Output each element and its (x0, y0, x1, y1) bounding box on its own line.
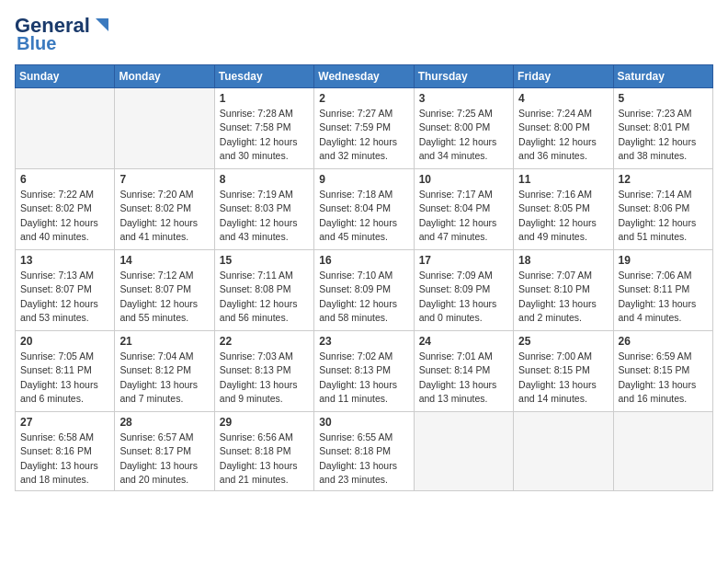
calendar-day-cell (115, 88, 214, 169)
day-detail: Sunrise: 7:03 AMSunset: 8:13 PMDaylight:… (220, 350, 309, 406)
calendar-day-cell: 19Sunrise: 7:06 AMSunset: 8:11 PMDayligh… (613, 250, 712, 331)
calendar-day-cell (414, 412, 513, 491)
day-detail: Sunrise: 7:13 AMSunset: 8:07 PMDaylight:… (20, 269, 109, 325)
day-detail: Sunrise: 7:23 AMSunset: 8:01 PMDaylight:… (619, 107, 708, 163)
calendar-week-row: 13Sunrise: 7:13 AMSunset: 8:07 PMDayligh… (16, 250, 713, 331)
calendar-day-cell: 18Sunrise: 7:07 AMSunset: 8:10 PMDayligh… (514, 250, 613, 331)
day-detail: Sunrise: 7:01 AMSunset: 8:14 PMDaylight:… (419, 350, 508, 406)
day-detail: Sunrise: 7:11 AMSunset: 8:08 PMDaylight:… (220, 269, 309, 325)
logo-text-blue: Blue (17, 33, 56, 53)
calendar-day-cell: 10Sunrise: 7:17 AMSunset: 8:04 PMDayligh… (414, 169, 513, 250)
calendar-day-cell: 9Sunrise: 7:18 AMSunset: 8:04 PMDaylight… (314, 169, 414, 250)
day-detail: Sunrise: 7:18 AMSunset: 8:04 PMDaylight:… (319, 188, 408, 244)
day-number: 3 (419, 92, 508, 105)
day-detail: Sunrise: 7:25 AMSunset: 8:00 PMDaylight:… (419, 107, 508, 163)
day-detail: Sunrise: 7:06 AMSunset: 8:11 PMDaylight:… (619, 269, 708, 325)
day-number: 8 (220, 173, 309, 186)
day-number: 4 (518, 92, 608, 105)
calendar-day-cell: 12Sunrise: 7:14 AMSunset: 8:06 PMDayligh… (613, 169, 712, 250)
day-detail: Sunrise: 6:57 AMSunset: 8:17 PMDaylight:… (119, 431, 209, 487)
day-detail: Sunrise: 7:12 AMSunset: 8:07 PMDaylight:… (119, 269, 209, 325)
day-number: 19 (619, 254, 708, 267)
weekday-header: Wednesday (314, 65, 414, 88)
day-detail: Sunrise: 7:10 AMSunset: 8:09 PMDaylight:… (319, 269, 408, 325)
day-detail: Sunrise: 7:04 AMSunset: 8:12 PMDaylight:… (119, 350, 209, 406)
day-number: 12 (619, 173, 708, 186)
day-number: 20 (20, 335, 109, 348)
calendar-day-cell: 22Sunrise: 7:03 AMSunset: 8:13 PMDayligh… (214, 331, 313, 412)
day-number: 13 (20, 254, 109, 267)
day-number: 5 (619, 92, 708, 105)
calendar-week-row: 20Sunrise: 7:05 AMSunset: 8:11 PMDayligh… (16, 331, 713, 412)
calendar-day-cell: 16Sunrise: 7:10 AMSunset: 8:09 PMDayligh… (314, 250, 414, 331)
calendar-day-cell: 27Sunrise: 6:58 AMSunset: 8:16 PMDayligh… (16, 412, 115, 491)
weekday-header: Monday (115, 65, 214, 88)
calendar-day-cell: 7Sunrise: 7:20 AMSunset: 8:02 PMDaylight… (115, 169, 214, 250)
day-detail: Sunrise: 7:19 AMSunset: 8:03 PMDaylight:… (220, 188, 309, 244)
calendar-day-cell: 29Sunrise: 6:56 AMSunset: 8:18 PMDayligh… (214, 412, 313, 491)
day-detail: Sunrise: 6:55 AMSunset: 8:18 PMDaylight:… (319, 431, 408, 487)
calendar-day-cell: 15Sunrise: 7:11 AMSunset: 8:08 PMDayligh… (214, 250, 313, 331)
calendar-day-cell: 23Sunrise: 7:02 AMSunset: 8:13 PMDayligh… (314, 331, 414, 412)
weekday-header: Friday (514, 65, 613, 88)
day-detail: Sunrise: 7:27 AMSunset: 7:59 PMDaylight:… (319, 107, 408, 163)
day-number: 27 (20, 416, 109, 429)
calendar-header-row: SundayMondayTuesdayWednesdayThursdayFrid… (16, 65, 713, 88)
day-number: 11 (518, 173, 608, 186)
calendar-day-cell: 21Sunrise: 7:04 AMSunset: 8:12 PMDayligh… (115, 331, 214, 412)
day-detail: Sunrise: 7:00 AMSunset: 8:15 PMDaylight:… (518, 350, 608, 406)
calendar-table: SundayMondayTuesdayWednesdayThursdayFrid… (15, 64, 713, 491)
day-detail: Sunrise: 6:58 AMSunset: 8:16 PMDaylight:… (20, 431, 109, 487)
weekday-header: Saturday (613, 65, 712, 88)
day-number: 29 (220, 416, 309, 429)
day-detail: Sunrise: 7:24 AMSunset: 8:00 PMDaylight:… (518, 107, 608, 163)
calendar-day-cell: 25Sunrise: 7:00 AMSunset: 8:15 PMDayligh… (514, 331, 613, 412)
calendar-day-cell: 3Sunrise: 7:25 AMSunset: 8:00 PMDaylight… (414, 88, 513, 169)
day-detail: Sunrise: 7:20 AMSunset: 8:02 PMDaylight:… (119, 188, 209, 244)
day-number: 1 (220, 92, 309, 105)
day-number: 6 (20, 173, 109, 186)
day-number: 9 (319, 173, 408, 186)
day-detail: Sunrise: 6:56 AMSunset: 8:18 PMDaylight:… (220, 431, 309, 487)
day-number: 17 (419, 254, 508, 267)
day-number: 14 (119, 254, 209, 267)
calendar-day-cell: 28Sunrise: 6:57 AMSunset: 8:17 PMDayligh… (115, 412, 214, 491)
svg-marker-0 (96, 18, 108, 31)
logo: General Blue (15, 15, 112, 53)
day-detail: Sunrise: 7:14 AMSunset: 8:06 PMDaylight:… (619, 188, 708, 244)
calendar-day-cell: 13Sunrise: 7:13 AMSunset: 8:07 PMDayligh… (16, 250, 115, 331)
day-detail: Sunrise: 7:09 AMSunset: 8:09 PMDaylight:… (419, 269, 508, 325)
calendar-day-cell: 2Sunrise: 7:27 AMSunset: 7:59 PMDaylight… (314, 88, 414, 169)
day-number: 25 (518, 335, 608, 348)
day-detail: Sunrise: 7:22 AMSunset: 8:02 PMDaylight:… (20, 188, 109, 244)
calendar-day-cell: 17Sunrise: 7:09 AMSunset: 8:09 PMDayligh… (414, 250, 513, 331)
day-number: 26 (619, 335, 708, 348)
calendar-day-cell: 5Sunrise: 7:23 AMSunset: 8:01 PMDaylight… (613, 88, 712, 169)
day-number: 16 (319, 254, 408, 267)
calendar-day-cell: 30Sunrise: 6:55 AMSunset: 8:18 PMDayligh… (314, 412, 414, 491)
calendar-day-cell: 8Sunrise: 7:19 AMSunset: 8:03 PMDaylight… (214, 169, 313, 250)
day-number: 22 (220, 335, 309, 348)
day-detail: Sunrise: 7:07 AMSunset: 8:10 PMDaylight:… (518, 269, 608, 325)
weekday-header: Thursday (414, 65, 513, 88)
calendar-day-cell: 11Sunrise: 7:16 AMSunset: 8:05 PMDayligh… (514, 169, 613, 250)
day-detail: Sunrise: 7:28 AMSunset: 7:58 PMDaylight:… (220, 107, 309, 163)
day-number: 10 (419, 173, 508, 186)
day-detail: Sunrise: 7:16 AMSunset: 8:05 PMDaylight:… (518, 188, 608, 244)
calendar-day-cell (613, 412, 712, 491)
calendar-week-row: 1Sunrise: 7:28 AMSunset: 7:58 PMDaylight… (16, 88, 713, 169)
day-number: 28 (119, 416, 209, 429)
day-number: 18 (518, 254, 608, 267)
weekday-header: Tuesday (214, 65, 313, 88)
day-number: 2 (319, 92, 408, 105)
calendar-day-cell (16, 88, 115, 169)
day-number: 15 (220, 254, 309, 267)
calendar-day-cell: 1Sunrise: 7:28 AMSunset: 7:58 PMDaylight… (214, 88, 313, 169)
day-number: 7 (119, 173, 209, 186)
calendar-day-cell: 14Sunrise: 7:12 AMSunset: 8:07 PMDayligh… (115, 250, 214, 331)
weekday-header: Sunday (16, 65, 115, 88)
calendar-day-cell: 24Sunrise: 7:01 AMSunset: 8:14 PMDayligh… (414, 331, 513, 412)
day-detail: Sunrise: 6:59 AMSunset: 8:15 PMDaylight:… (619, 350, 708, 406)
calendar-day-cell: 20Sunrise: 7:05 AMSunset: 8:11 PMDayligh… (16, 331, 115, 412)
calendar-day-cell: 6Sunrise: 7:22 AMSunset: 8:02 PMDaylight… (16, 169, 115, 250)
